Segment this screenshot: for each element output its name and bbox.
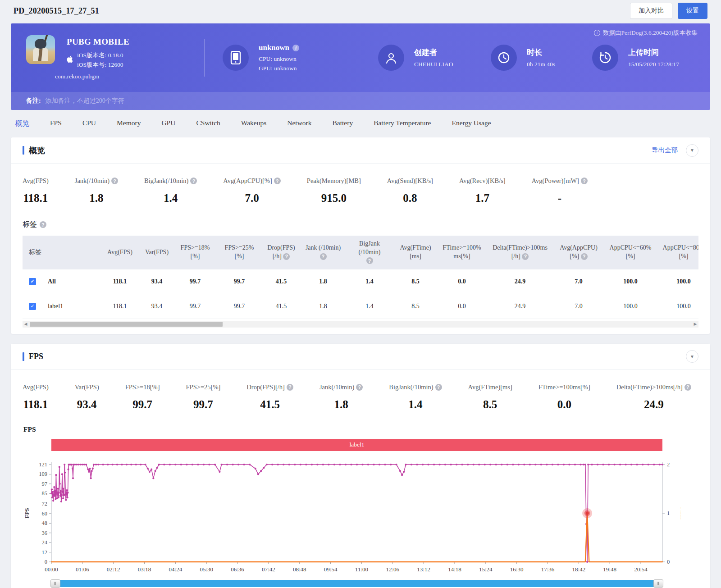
stat-Delta(FTime)>100ms[/h]: Delta(FTime)>100ms[/h]?24.9 [616, 383, 691, 411]
app-name: PUBG MOBILE [67, 37, 129, 47]
collapse-overview-button[interactable]: ▼ [686, 144, 698, 157]
chart-region-label: label1 [51, 439, 662, 451]
fps-line-chart: 0122436486072859710912101200:0001:0602:1… [23, 458, 680, 574]
help-icon[interactable]: ? [684, 384, 691, 391]
table-cell: 1.4 [345, 269, 394, 294]
stat-value: 93.4 [75, 398, 99, 411]
stat-value: 118.1 [23, 398, 49, 411]
tab-wakeups[interactable]: Wakeups [241, 113, 266, 135]
duration-label: 时长 [527, 47, 555, 58]
column-header: FPS>=18%[%] [173, 236, 217, 269]
svg-text:15:24: 15:24 [479, 566, 493, 573]
column-header: AppCPU<=60%[%] [604, 236, 657, 269]
table-cell: 99.7 [173, 269, 217, 294]
tab-memory[interactable]: Memory [117, 113, 141, 135]
column-header: 标签 [23, 236, 99, 269]
slider-right-handle[interactable] [653, 579, 663, 588]
table-cell: 41.5 [261, 269, 301, 294]
column-header: FPS>=25%[%] [217, 236, 261, 269]
svg-text:0: 0 [45, 559, 47, 565]
device-info-icon[interactable]: i [292, 45, 299, 51]
collect-info: i 数据由PerfDog(3.6.200420)版本收集 [594, 29, 698, 37]
svg-text:12: 12 [42, 549, 48, 555]
stat-BigJank(/10min): BigJank(/10min)?1.4 [389, 383, 442, 411]
section-accent-bar [23, 352, 24, 361]
tab-battery[interactable]: Battery [333, 113, 353, 135]
scrollbar-thumb[interactable] [30, 322, 223, 327]
table-cell: 99.7 [173, 294, 217, 319]
tab-cpu[interactable]: CPU [82, 113, 96, 135]
stat-value: 118.1 [23, 192, 49, 205]
table-row: ✓label1118.193.499.799.741.51.81.48.50.0… [23, 294, 698, 319]
help-icon[interactable]: ? [356, 384, 363, 391]
export-all-link[interactable]: 导出全部 [652, 146, 678, 155]
tab-cswitch[interactable]: CSwitch [196, 113, 220, 135]
add-compare-button[interactable]: 加入对比 [630, 3, 672, 19]
tab-fps[interactable]: FPS [50, 113, 62, 135]
help-icon[interactable]: ? [435, 384, 442, 391]
help-icon[interactable]: ? [581, 253, 588, 260]
svg-text:FPS: FPS [23, 508, 30, 518]
row-checkbox[interactable]: ✓ [29, 278, 36, 285]
help-icon[interactable]: ? [274, 178, 281, 184]
table-cell: 7.0 [553, 294, 604, 319]
stat-value: 99.7 [186, 398, 221, 411]
table-cell: 93.4 [141, 294, 173, 319]
tab-network[interactable]: Network [287, 113, 311, 135]
slider-left-handle[interactable] [50, 579, 60, 588]
svg-text:05:30: 05:30 [200, 566, 213, 573]
stat-Avg(Send)[KB/s]: Avg(Send)[KB/s]0.8 [387, 177, 433, 205]
clock-icon [491, 45, 517, 71]
svg-text:16:30: 16:30 [510, 566, 524, 573]
tab-battery-temperature[interactable]: Battery Temperature [374, 113, 431, 135]
help-icon[interactable]: ? [366, 257, 373, 264]
collapse-fps-button[interactable]: ▼ [686, 350, 698, 363]
app-version-code: iOS版本号: 12600 [77, 60, 123, 70]
app-version-name: iOS版本名: 0.18.0 [77, 51, 123, 60]
stat-value: 915.0 [307, 192, 361, 205]
labels-title: 标签 [23, 220, 37, 229]
stat-Avg(Recv)[KB/s]: Avg(Recv)[KB/s]1.7 [459, 177, 506, 205]
svg-text:00:00: 00:00 [45, 566, 58, 573]
table-cell: 8.5 [394, 269, 437, 294]
scroll-left-arrow[interactable]: ◀ [23, 322, 29, 326]
chart-range-slider[interactable] [51, 580, 662, 587]
row-checkbox[interactable]: ✓ [29, 303, 36, 310]
stat-value: 1.4 [144, 192, 197, 205]
help-icon[interactable]: ? [40, 221, 46, 228]
stat-value: 7.0 [223, 192, 280, 205]
note-label: 备注: [26, 97, 41, 105]
phone-icon [223, 45, 249, 71]
svg-text:13:12: 13:12 [417, 566, 430, 573]
help-icon[interactable]: ? [283, 253, 290, 260]
table-cell: 100.0 [604, 269, 657, 294]
help-icon[interactable]: ? [287, 384, 293, 391]
tab-energy-usage[interactable]: Energy Usage [452, 113, 491, 135]
help-icon[interactable]: ? [190, 178, 197, 184]
upload-info: 上传时间 15/05/2020 17:28:17 [592, 45, 695, 71]
help-icon[interactable]: ? [111, 178, 118, 184]
help-icon[interactable]: ? [522, 253, 529, 260]
stat-value: 1.8 [75, 192, 118, 205]
note-placeholder-input[interactable]: 添加备注，不超过200个字符 [46, 97, 124, 105]
fps-section-title: FPS [29, 352, 43, 361]
tab-gpu[interactable]: GPU [161, 113, 175, 135]
apple-icon [67, 55, 73, 65]
overview-card: 概览 导出全部 ▼ Avg(FPS)118.1Jank(/10min)?1.8B… [11, 137, 710, 334]
stat-value: 0.0 [538, 398, 590, 411]
svg-text:72: 72 [42, 501, 48, 507]
section-accent-bar [23, 146, 24, 155]
help-icon[interactable]: ? [581, 178, 588, 184]
note-bar[interactable]: 备注: 添加备注，不超过200个字符 [11, 92, 710, 110]
device-name: unknown [259, 43, 289, 52]
stat-BigJank(/10min): BigJank(/10min)?1.4 [144, 177, 197, 205]
app-info: PUBG MOBILE iOS版本名: 0.18.0 iOS版本号: 12600… [26, 35, 204, 81]
tab-概览[interactable]: 概览 [15, 113, 29, 135]
svg-text:24: 24 [42, 539, 48, 546]
user-icon [378, 45, 404, 71]
settings-button[interactable]: 设置 [678, 3, 707, 19]
svg-text:1: 1 [667, 510, 670, 516]
help-icon[interactable]: ? [320, 253, 327, 260]
scroll-right-arrow[interactable]: ▶ [692, 322, 698, 326]
app-bundle-id: com.rekoo.pubgm [55, 73, 129, 80]
